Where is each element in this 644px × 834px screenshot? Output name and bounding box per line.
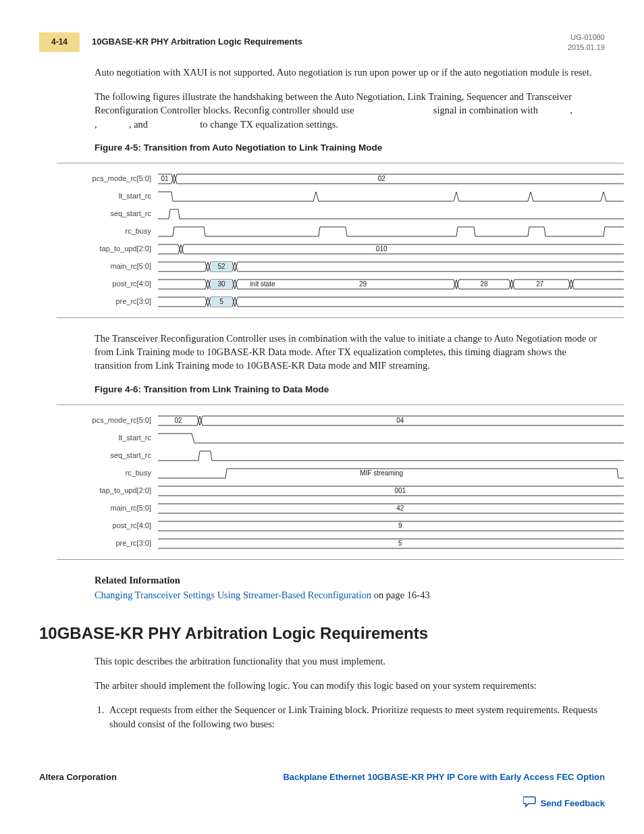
timing-diagram-2: pcs_mode_rc[5:0] 02 04 lt_start_rc seq_s… — [57, 405, 624, 560]
signal-value: 29 — [359, 280, 367, 289]
signal-value: 5 — [398, 539, 402, 548]
list-item: Accept requests from either the Sequence… — [107, 703, 605, 731]
comment-icon — [523, 796, 537, 811]
signal-label: lt_start_rc — [57, 433, 158, 443]
signal-label: seq_start_rc — [57, 209, 158, 219]
signal-label: tap_to_upd[2:0] — [57, 244, 158, 254]
footer-company: Altera Corporation — [39, 771, 117, 783]
signal-value: 04 — [396, 416, 404, 425]
signal-value: 001 — [394, 486, 406, 496]
figure-caption: Figure 4-5: Transition from Auto Negotia… — [95, 142, 605, 155]
signal-label: pcs_mode_rc[5:0] — [57, 174, 158, 184]
signal-value: 02 — [174, 416, 182, 425]
header-right: UG-01080 2015.01.19 — [568, 32, 605, 53]
text-run: , — [570, 105, 574, 115]
paragraph: Auto negotiation with XAUI is not suppor… — [95, 66, 605, 79]
signal-label: pcs_mode_rc[5:0] — [57, 415, 158, 425]
signal-label: pre_rc[3:0] — [57, 538, 158, 548]
timing-diagram-1: pcs_mode_rc[5:0] 01 02 lt_start_rc seq_s… — [57, 163, 624, 318]
page-footer: Altera Corporation Backplane Ethernet 10… — [39, 771, 605, 783]
feedback-label: Send Feedback — [541, 798, 605, 810]
signal-annotation: MIF streaming — [360, 469, 403, 478]
signal-value: 01 — [161, 174, 168, 184]
section-heading: 10GBASE-KR PHY Arbitration Logic Require… — [39, 622, 605, 645]
signal-label: rc_busy — [57, 468, 158, 478]
signal-label: lt_start_rc — [57, 191, 158, 201]
paragraph: The following figures illustrate the han… — [95, 90, 605, 131]
signal-value: 42 — [396, 504, 404, 513]
signal-label: post_rc[4:0] — [57, 521, 158, 531]
signal-label: tap_to_upd[2:0] — [57, 486, 158, 496]
text-run: , and — [129, 119, 151, 130]
signal-value: 30 — [217, 280, 225, 289]
signal-value: 02 — [378, 174, 385, 184]
paragraph: The arbiter should implement the followi… — [95, 679, 605, 692]
signal-value: 5 — [219, 297, 223, 307]
signal-value: 28 — [480, 280, 487, 289]
related-link[interactable]: Changing Transceiver Settings Using Stre… — [95, 590, 371, 600]
signal-value: 52 — [217, 262, 225, 271]
footer-doc-title-link[interactable]: Backplane Ethernet 10GBASE-KR PHY IP Cor… — [283, 771, 605, 783]
signal-label: main_rc[5:0] — [57, 503, 158, 513]
doc-date: 2015.01.19 — [568, 43, 605, 53]
page-number-badge: 4-14 — [39, 32, 80, 52]
text-run: signal in combination with — [433, 105, 541, 115]
signal-label: rc_busy — [57, 226, 158, 236]
paragraph: The Transceiver Reconfiguration Controll… — [95, 332, 605, 373]
signal-label: main_rc[5:0] — [57, 261, 158, 271]
related-heading: Related Information — [95, 573, 605, 587]
signal-value: 010 — [376, 244, 387, 254]
figure-caption: Figure 4-6: Transition from Link Trainin… — [95, 384, 605, 396]
signal-value: init state — [250, 280, 275, 289]
signal-label: seq_start_rc — [57, 450, 158, 461]
text-run: on page 16-43 — [371, 590, 430, 600]
header-left: 4-14 10GBASE-KR PHY Arbitration Logic Re… — [39, 32, 302, 52]
signal-label: post_rc[4:0] — [57, 279, 158, 289]
signal-label: pre_rc[3:0] — [57, 296, 158, 307]
send-feedback-link[interactable]: Send Feedback — [39, 796, 605, 811]
text-run: to change TX equalization settings. — [200, 119, 338, 130]
text-run: , — [95, 119, 99, 130]
signal-value: 9 — [398, 521, 402, 531]
doc-id: UG-01080 — [568, 32, 605, 43]
header-section-title: 10GBASE-KR PHY Arbitration Logic Require… — [92, 36, 302, 48]
signal-value: 27 — [536, 280, 543, 289]
page-header: 4-14 10GBASE-KR PHY Arbitration Logic Re… — [39, 32, 605, 53]
paragraph: This topic describes the arbitration fun… — [95, 654, 605, 668]
document-page: 4-14 10GBASE-KR PHY Arbitration Logic Re… — [0, 0, 644, 831]
